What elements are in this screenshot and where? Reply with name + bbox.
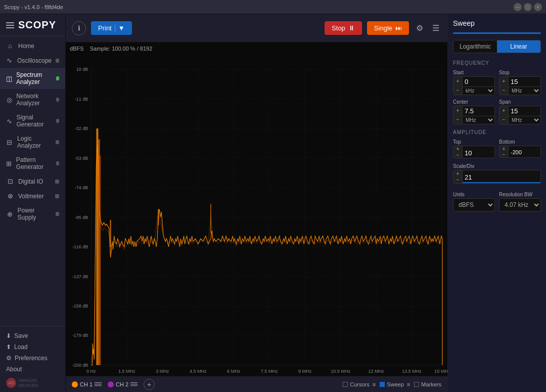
sweep-menu-icon[interactable]: ≡ (407, 381, 410, 387)
stop-field-group: Stop + − MHzkHz (499, 70, 541, 95)
resolution-field: Resolution BW 4.07 kHz 8 kHz 2 kHz (499, 192, 541, 211)
cursors-menu-icon[interactable]: ≡ (373, 381, 376, 387)
sidebar-item-network[interactable]: ◎ Network Analyzer (0, 89, 65, 110)
sidebar-item-spectrum[interactable]: ◫ Spectrum Analyzer (0, 68, 65, 89)
span-decrement[interactable]: − (499, 115, 509, 124)
stop-unit-select[interactable]: MHzkHz (509, 86, 540, 95)
svg-text:0 Hz: 0 Hz (86, 368, 96, 373)
cursors-checkbox[interactable] (343, 382, 348, 387)
oscilloscope-icon: ∿ (6, 57, 13, 64)
titlebar: Scopy - v1.4.0 - f8fd4de ─ □ × (0, 0, 546, 14)
span-input[interactable] (509, 106, 540, 116)
bottom-field-group: Bottom + − (499, 139, 541, 158)
settings-button[interactable]: ⚙ (414, 21, 425, 35)
minimize-button[interactable]: ─ (514, 3, 522, 11)
ch1-menu[interactable] (95, 382, 102, 386)
scale-decrement[interactable]: − (453, 177, 463, 184)
network-badge (56, 98, 59, 102)
scale-input[interactable] (463, 170, 540, 183)
menu-button[interactable]: ☰ (430, 21, 441, 35)
sidebar-item-logic[interactable]: ⊟ Logic Analyzer (0, 132, 65, 153)
stop-decrement[interactable]: − (499, 86, 509, 95)
sweep-checkbox[interactable] (380, 382, 385, 387)
center-control: + − MHzkHz (453, 106, 495, 124)
svg-rect-0 (66, 42, 447, 376)
sidebar-item-oscilloscope[interactable]: ∿ Oscilloscope (0, 53, 65, 68)
span-unit-select[interactable]: MHzkHz (509, 116, 540, 124)
bottom-control: + − (499, 146, 541, 158)
linear-tab[interactable]: Linear (497, 40, 540, 53)
stop-increment[interactable]: + (499, 77, 509, 86)
center-unit-select[interactable]: MHzkHz (463, 116, 494, 124)
info-button[interactable]: ℹ (72, 21, 86, 35)
svg-text:9 MHz: 9 MHz (298, 368, 311, 373)
voltmeter-icon: ⊗ (6, 192, 14, 200)
sidebar-header: SCOPY (0, 14, 65, 36)
markers-check[interactable]: Markers (414, 381, 441, 387)
sidebar-item-digital[interactable]: ⊡ Digital IO (0, 174, 65, 189)
load-item[interactable]: ⬆ Load (6, 341, 59, 353)
cursors-check[interactable]: Cursors ≡ (343, 381, 376, 387)
print-button[interactable]: Print ▼ (91, 21, 132, 35)
sidebar-item-home[interactable]: ⌂ Home (0, 38, 65, 53)
about-item[interactable]: About (6, 364, 59, 375)
center-decrement[interactable]: − (453, 115, 463, 124)
scale-increment[interactable]: + (453, 170, 463, 177)
start-control: + − kHzMHz (453, 76, 495, 95)
save-item[interactable]: ⬇ Save (6, 330, 59, 341)
svg-text:-137 dB: -137 dB (72, 274, 88, 279)
scale-control: + − (453, 170, 541, 184)
ch2-menu[interactable] (130, 382, 138, 386)
print-label: Print (98, 24, 112, 32)
svg-text:-200 dB: -200 dB (72, 363, 88, 368)
units-field-label: Units (453, 192, 495, 197)
stop-input[interactable] (509, 77, 540, 86)
top-input[interactable] (463, 146, 494, 158)
span-increment[interactable]: + (499, 106, 509, 115)
svg-text:13.5 MHz: 13.5 MHz (402, 368, 422, 373)
units-row: Units dBFS dBV dBu Resolution BW 4.07 kH… (453, 192, 541, 211)
units-select[interactable]: dBFS dBV dBu (453, 198, 495, 211)
logarithmic-tab[interactable]: Logarithmic (453, 40, 497, 53)
sidebar-item-power[interactable]: ⊕ Power Supply (0, 203, 65, 225)
start-input[interactable] (463, 77, 494, 86)
ch2-item[interactable]: CH 2 (108, 381, 138, 387)
start-label: Start (453, 70, 495, 75)
start-increment[interactable]: + (453, 77, 463, 86)
single-button[interactable]: Single ⏭ (367, 21, 409, 35)
amplitude-grid: Top + − Bottom + − (453, 139, 541, 158)
markers-checkbox[interactable] (414, 382, 419, 387)
print-dropdown-icon[interactable]: ▼ (115, 24, 125, 32)
bottom-increment[interactable]: + (499, 146, 509, 152)
sidebar-item-voltmeter[interactable]: ⊗ Voltmeter (0, 189, 65, 203)
svg-text:-179 dB: -179 dB (72, 333, 88, 338)
sidebar-item-pattern[interactable]: ⊞ Pattern Generator (0, 153, 65, 174)
start-unit-select[interactable]: kHzMHz (463, 86, 494, 95)
sidebar-item-signal[interactable]: ∿ Signal Generator (0, 110, 65, 132)
pattern-badge (56, 161, 59, 165)
add-channel-button[interactable]: + (144, 379, 155, 390)
maximize-button[interactable]: □ (524, 3, 532, 11)
svg-text:-158 dB: -158 dB (72, 303, 88, 309)
span-label: Span (499, 99, 541, 105)
center-input[interactable] (463, 106, 494, 116)
nav-items: ⌂ Home ∿ Oscilloscope ◫ Spectrum Analyze… (0, 36, 65, 326)
power-badge (56, 212, 59, 216)
network-icon: ◎ (6, 96, 12, 104)
hamburger-menu[interactable] (6, 22, 14, 28)
center-increment[interactable]: + (453, 106, 463, 115)
stop-label: Stop (332, 24, 345, 32)
sweep-check[interactable]: Sweep ≡ (380, 381, 410, 387)
svg-text:3 MHz: 3 MHz (156, 368, 169, 373)
top-decrement[interactable]: − (453, 152, 463, 158)
bottom-decrement[interactable]: − (499, 152, 509, 157)
preferences-item[interactable]: ⚙ Preferences (6, 353, 59, 364)
ch1-item[interactable]: CH 1 (72, 381, 102, 387)
top-increment[interactable]: + (453, 146, 463, 152)
svg-text:-32 dB: -32 dB (75, 126, 88, 131)
start-decrement[interactable]: − (453, 86, 463, 95)
bottom-input[interactable] (509, 146, 540, 156)
close-button[interactable]: × (534, 3, 542, 11)
resolution-select[interactable]: 4.07 kHz 8 kHz 2 kHz (499, 198, 541, 211)
stop-button[interactable]: Stop ⏸ (325, 21, 362, 35)
